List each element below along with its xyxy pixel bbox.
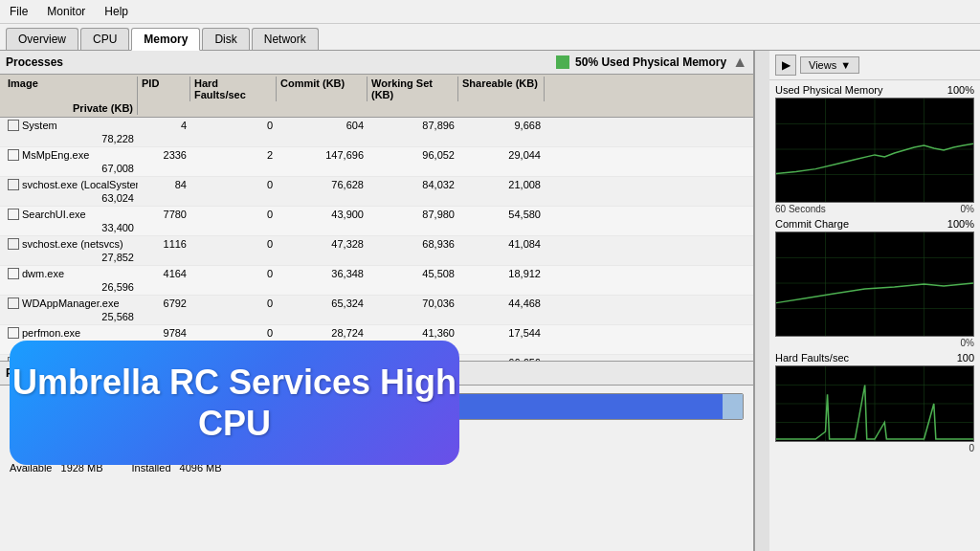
table-row[interactable]: SearchUI.exe 7780 0 43,900 87,980 54,580… <box>0 207 753 236</box>
cell-pid: 84 <box>138 178 190 191</box>
chart-used-physical-memory: Used Physical Memory 100% <box>775 84 974 214</box>
row-checkbox[interactable] <box>8 120 19 131</box>
cell-commit: 36,348 <box>277 267 368 280</box>
chart3-bottom: 0 <box>775 443 974 453</box>
cell-shareable: 9,668 <box>458 119 545 132</box>
cell-shareable: 17,544 <box>458 326 545 340</box>
overlay-banner-text: Umbrella RC Services High CPU <box>12 362 457 444</box>
chart2-label-row: Commit Charge 100% <box>775 218 974 230</box>
tab-cpu[interactable]: CPU <box>80 28 129 50</box>
table-row[interactable]: System 4 0 604 87,896 9,668 78,228 <box>0 118 753 147</box>
chart1-canvas <box>775 98 974 203</box>
cell-private: 78,228 <box>4 132 138 145</box>
table-row[interactable]: svchost.exe (netsvcs) 1116 0 47,328 68,9… <box>0 236 753 266</box>
chart1-percent: 100% <box>947 84 974 96</box>
chart3-title: Hard Faults/sec <box>775 352 849 364</box>
main-scrollbar[interactable] <box>754 51 769 551</box>
cell-private: 33,400 <box>4 221 138 234</box>
menu-monitor[interactable]: Monitor <box>43 3 89 20</box>
cell-faults: 0 <box>190 208 277 221</box>
col-shareable: Shareable (KB) <box>458 77 545 101</box>
views-button[interactable]: Views ▼ <box>800 56 859 74</box>
tab-bar: Overview CPU Memory Disk Network <box>0 24 980 51</box>
used-memory-label: 50% Used Physical Memory <box>575 55 726 69</box>
menu-help[interactable]: Help <box>100 3 132 20</box>
col-commit: Commit (KB) <box>277 77 368 101</box>
col-working: Working Set (KB) <box>368 77 458 101</box>
cell-private: 27,852 <box>4 251 138 264</box>
cell-working: 70,036 <box>368 297 458 310</box>
cell-shareable: 29,044 <box>458 148 545 162</box>
row-checkbox[interactable] <box>8 268 19 279</box>
col-pid: PID <box>138 77 190 101</box>
chart2-percent: 100% <box>947 218 974 230</box>
cell-faults: 0 <box>190 297 277 310</box>
cell-private: 26,596 <box>4 280 138 294</box>
cell-faults: 0 <box>190 237 277 251</box>
cell-pid: 1116 <box>138 237 190 251</box>
cell-pid: 2336 <box>138 148 190 162</box>
tab-overview[interactable]: Overview <box>6 28 78 50</box>
chart1-bottom: 60 Seconds 0% <box>775 204 974 214</box>
cell-working: 87,896 <box>368 119 458 132</box>
bar-free <box>723 394 743 419</box>
row-checkbox[interactable] <box>8 238 19 250</box>
cell-commit: 47,328 <box>277 237 368 251</box>
used-memory-indicator <box>556 55 569 69</box>
col-private: Private (KB) <box>4 101 138 115</box>
cell-shareable: 54,580 <box>458 208 545 221</box>
cell-commit: 604 <box>277 119 368 132</box>
menu-file[interactable]: File <box>6 3 32 20</box>
cell-pid: 6792 <box>138 297 190 310</box>
nav-forward-button[interactable]: ▶ <box>775 55 796 76</box>
cell-shareable: 41,084 <box>458 237 545 251</box>
cell-private: 67,008 <box>4 162 138 175</box>
row-checkbox[interactable] <box>8 298 19 309</box>
chart2-canvas <box>775 231 974 337</box>
table-row[interactable]: svchost.exe (LocalSystem... 84 0 76,628 … <box>0 177 753 207</box>
table-row[interactable]: WDAppManager.exe 6792 0 65,324 70,036 44… <box>0 296 753 325</box>
cell-private: 25,568 <box>4 310 138 323</box>
table-row[interactable]: dwm.exe 4164 0 36,348 45,508 18,912 26,5… <box>0 266 753 296</box>
row-checkbox[interactable] <box>8 179 19 190</box>
cell-commit: 43,900 <box>277 208 368 221</box>
cell-faults: 0 <box>190 326 277 340</box>
processes-header-info: 50% Used Physical Memory ▲ <box>556 54 747 71</box>
cell-name: SearchUI.exe <box>4 208 138 221</box>
cell-name: MsMpEng.exe <box>4 148 138 162</box>
cell-working: 68,936 <box>368 237 458 251</box>
cell-working: 84,032 <box>368 178 458 191</box>
cell-name: svchost.exe (netsvcs) <box>4 237 138 251</box>
cell-pid: 7780 <box>138 208 190 221</box>
chart3-percent: 100 <box>957 352 974 364</box>
cell-name: svchost.exe (LocalSystem... <box>4 178 138 191</box>
chart-section: Used Physical Memory 100% <box>769 80 980 551</box>
collapse-processes-button[interactable]: ▲ <box>732 54 747 71</box>
tab-memory[interactable]: Memory <box>131 28 200 51</box>
cell-faults: 0 <box>190 119 277 132</box>
cell-shareable: 21,008 <box>458 178 545 191</box>
row-checkbox[interactable] <box>8 209 19 220</box>
cell-faults: 0 <box>190 178 277 191</box>
main-content: Processes 50% Used Physical Memory ▲ Ima… <box>0 51 980 551</box>
overlay-banner: Umbrella RC Services High CPU <box>10 341 459 465</box>
chart3-canvas <box>775 365 974 442</box>
chart3-label-row: Hard Faults/sec 100 <box>775 352 974 364</box>
cell-name: perfmon.exe <box>4 326 138 340</box>
tab-disk[interactable]: Disk <box>202 28 249 50</box>
row-checkbox[interactable] <box>8 149 19 161</box>
views-dropdown-icon: ▼ <box>840 59 851 71</box>
col-faults: Hard Faults/sec <box>190 77 277 101</box>
cell-name: WDAppManager.exe <box>4 297 138 310</box>
row-checkbox[interactable] <box>8 327 19 339</box>
tab-network[interactable]: Network <box>252 28 319 50</box>
left-panel: Processes 50% Used Physical Memory ▲ Ima… <box>0 51 754 551</box>
cell-pid: 9784 <box>138 326 190 340</box>
table-row[interactable]: MsMpEng.exe 2336 2 147,696 96,052 29,044… <box>0 147 753 177</box>
cell-private: 63,024 <box>4 191 138 205</box>
cell-working: 96,052 <box>368 148 458 162</box>
table-header: Image PID Hard Faults/sec Commit (KB) Wo… <box>0 75 753 118</box>
cell-working: 45,508 <box>368 267 458 280</box>
process-table-body: System 4 0 604 87,896 9,668 78,228 MsMpE… <box>0 118 753 361</box>
chart2-title: Commit Charge <box>775 218 849 230</box>
